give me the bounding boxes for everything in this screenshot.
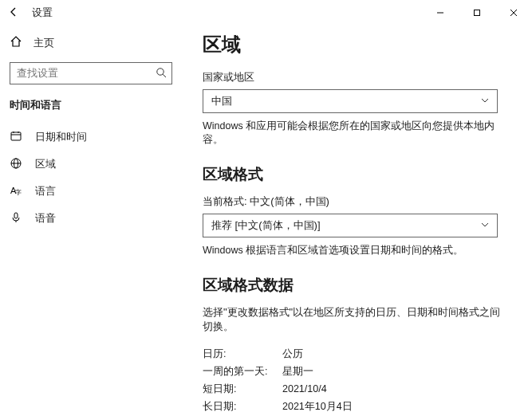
table-row: 长日期:2021年10月4日 (203, 398, 502, 412)
clock-icon (10, 130, 26, 145)
search-icon (156, 67, 167, 80)
svg-text:字: 字 (15, 189, 22, 196)
content-area: 区域 国家或地区 中国 Windows 和应用可能会根据您所在的国家或地区向您提… (182, 26, 532, 412)
maximize-button[interactable] (459, 0, 495, 26)
close-button[interactable] (495, 0, 532, 26)
sidebar-section-title: 时间和语言 (10, 99, 172, 112)
window-title: 设置 (32, 6, 53, 20)
format-data-table: 日历:公历 一周的第一天:星期一 短日期:2021/10/4 长日期:2021年… (203, 345, 502, 412)
format-select[interactable]: 推荐 [中文(简体，中国)] (203, 214, 498, 237)
data-help-text: 选择"更改数据格式"以在地区所支持的日历、日期和时间格式之间切换。 (203, 305, 502, 334)
globe-icon (10, 157, 26, 172)
chevron-down-icon (481, 221, 489, 230)
sidebar-item-datetime[interactable]: 日期和时间 (3, 124, 172, 151)
svg-rect-6 (11, 132, 21, 140)
sidebar-item-label: 日期和时间 (35, 130, 87, 144)
home-icon (10, 35, 26, 51)
format-select-value: 推荐 [中文(简体，中国)] (211, 218, 321, 233)
country-label: 国家或地区 (203, 70, 502, 84)
svg-point-4 (157, 68, 164, 74)
sidebar-item-label: 语音 (35, 211, 56, 226)
region-format-heading: 区域格式 (203, 164, 502, 185)
sidebar-item-language[interactable]: A字 语言 (3, 178, 172, 205)
minimize-button[interactable] (422, 0, 459, 26)
region-format-data-heading: 区域格式数据 (203, 275, 502, 296)
close-icon (510, 9, 518, 17)
arrow-left-icon (8, 6, 19, 18)
table-row: 日历:公历 (203, 345, 502, 363)
country-select[interactable]: 中国 (203, 89, 498, 113)
language-icon: A字 (10, 184, 26, 199)
maximize-icon (473, 9, 481, 17)
microphone-icon (10, 211, 26, 226)
search-input[interactable] (15, 67, 156, 80)
country-help-text: Windows 和应用可能会根据您所在的国家或地区向您提供本地内容。 (203, 120, 502, 147)
title-bar: 设置 (0, 0, 532, 26)
sidebar-item-speech[interactable]: 语音 (3, 205, 172, 232)
minimize-icon (436, 9, 444, 17)
table-row: 短日期:2021/10/4 (203, 380, 502, 398)
back-button[interactable] (8, 6, 27, 20)
sidebar-item-label: 语言 (35, 184, 56, 198)
country-select-value: 中国 (211, 94, 232, 108)
sidebar-item-region[interactable]: 区域 (3, 151, 172, 178)
search-box[interactable] (10, 62, 172, 84)
svg-rect-1 (475, 10, 480, 16)
format-help-text: Windows 根据语言和区域首选项设置日期和时间的格式。 (203, 244, 502, 257)
svg-rect-15 (14, 213, 18, 218)
sidebar: 主页 时间和语言 日期和时间 区域 A字 语言 (0, 26, 182, 412)
home-label: 主页 (33, 36, 54, 50)
page-title: 区域 (203, 32, 502, 57)
svg-line-5 (163, 74, 166, 77)
current-format-label: 当前格式: 中文(简体，中国) (203, 194, 502, 209)
sidebar-item-label: 区域 (35, 157, 56, 171)
chevron-down-icon (481, 96, 489, 106)
table-row: 一周的第一天:星期一 (203, 363, 502, 380)
window-controls (422, 0, 532, 26)
home-nav[interactable]: 主页 (10, 32, 172, 54)
